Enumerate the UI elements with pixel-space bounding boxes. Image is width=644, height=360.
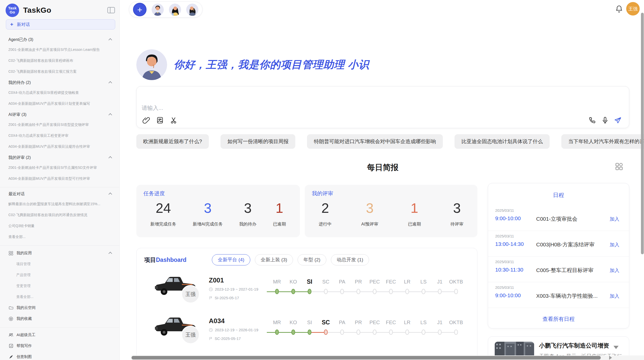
sidebar-item[interactable]: C0X4-动力总成开发项目SI里程碑提交物检查 xyxy=(0,87,120,98)
sidebar-sections: Agent已办 (3)Z001-全新燃油皮卡产品开发项目SI节点Lesson L… xyxy=(0,35,120,184)
sidebar-section-header[interactable]: 我的待办 (2) xyxy=(0,78,120,87)
sidebar-item-cloud-space[interactable]: 我的云空间 xyxy=(0,302,120,313)
sidebar-item[interactable]: C02-飞腾新能源轻客改款项目立项汇报方案 xyxy=(0,66,120,77)
sidebar-item-ai-super-staff[interactable]: AI超级员工 xyxy=(0,329,120,340)
project-dates-text: 2023-12-19 ~ 2026-01-19 xyxy=(215,328,258,332)
microphone-icon[interactable] xyxy=(601,116,609,124)
dashboard-tab[interactable]: 年型 (2) xyxy=(298,254,326,265)
suggestion-chip[interactable]: 欧洲新规最近颁布了什么? xyxy=(136,134,209,149)
project-row[interactable]: 王强 A034 2023-12-19 ~ 2026-01-19 SC-2025-… xyxy=(137,313,477,354)
sidebar-item[interactable]: A034-全新新能源MUV产品开发项目法规符合性评审 xyxy=(0,141,120,152)
user-name: 王强 xyxy=(628,6,638,12)
milestone-pec: PEC xyxy=(367,278,383,295)
project-row[interactable]: 王强 Z001 2023-12-19 ~ 2027-01-19 SI-2025-… xyxy=(137,272,477,313)
greeting-block: 你好，王强，我是你的项目管理助理 小识 xyxy=(136,49,369,80)
milestone-node xyxy=(357,289,360,294)
sidebar-item[interactable]: Z001-全新燃油轻卡产品开发项目SI节点属性5D文件评审 xyxy=(0,162,120,173)
event-date: 2025/03/11 xyxy=(495,260,514,264)
card-title: 任务进度 xyxy=(143,190,165,197)
event-join-link[interactable]: 加入 xyxy=(610,267,619,274)
dashboard-tab[interactable]: 全新平台 (4) xyxy=(212,254,250,265)
milestone-node xyxy=(373,289,377,294)
app-sub-item[interactable]: 产品管理 xyxy=(0,269,120,280)
sidebar-item-creative-drawing[interactable]: 创意制图 xyxy=(0,351,120,360)
notification-bell-icon[interactable] xyxy=(615,5,623,13)
suggestion-chip[interactable]: 比亚迪全固态电池计划具体说了什么 xyxy=(455,134,550,149)
suggestion-chip[interactable]: 当下年轻人对汽车外观有怎样的喜好趋势 xyxy=(561,134,644,149)
agent-avatar-3[interactable] xyxy=(186,4,198,16)
scroll-down-icon[interactable] xyxy=(613,346,619,349)
input-attachments xyxy=(142,116,178,124)
clock-icon xyxy=(209,328,213,332)
image-icon[interactable] xyxy=(156,116,164,124)
suggestion-chip[interactable]: 如何写一份清晰的项目周报 xyxy=(221,134,295,149)
milestone-node xyxy=(275,289,279,294)
new-chat-button[interactable]: + 新对话 xyxy=(6,19,115,29)
sidebar-item[interactable]: C0X4-动力总成开发项目工程变更评审 xyxy=(0,130,120,141)
stat-label: 已逾期 xyxy=(408,221,421,227)
user-avatar[interactable]: 王强 xyxy=(626,2,640,16)
dashboard-tab[interactable]: 全新上装 (3) xyxy=(255,254,293,265)
sidebar-item[interactable]: 查看全部... xyxy=(0,231,120,242)
sidebar-item-help-me-write[interactable]: 帮我写作 xyxy=(0,340,120,351)
send-icon[interactable] xyxy=(614,116,622,124)
app-sub-item[interactable]: 变更管理 xyxy=(0,280,120,291)
sidebar-section-header[interactable]: AI评审 (3) xyxy=(0,110,120,119)
favorites-label: 我的收藏 xyxy=(17,316,32,321)
milestone-segment xyxy=(310,332,326,333)
sidebar-section-title: 我的评审 (2) xyxy=(8,155,31,160)
scissors-icon[interactable] xyxy=(170,116,178,124)
sidebar-section-header[interactable]: 我的评审 (2) xyxy=(0,153,120,162)
milestone-label: SI xyxy=(301,319,318,326)
view-all-schedule-link[interactable]: 查看所有日程 xyxy=(488,316,629,323)
event-join-link[interactable]: 加入 xyxy=(610,242,619,248)
dashboard-tab[interactable]: 动总开发 (1) xyxy=(331,254,369,265)
app-sub-item[interactable]: 查看全部... xyxy=(0,291,120,302)
sidebar-item[interactable]: A034-全新新能源MUV产品开发项目计划变更表编写 xyxy=(0,98,120,109)
sidebar-item[interactable]: C02-飞腾新能源轻客改款项目的闭环通告反馈情况 xyxy=(0,209,120,220)
sidebar-section-header[interactable]: 最近对话 xyxy=(0,189,120,199)
sidebar-item[interactable]: Z001-全新燃油轻卡产品开发项目SI造型提交物评审 xyxy=(0,119,120,130)
vertical-scrollbar[interactable] xyxy=(641,13,644,254)
scroll-right-icon[interactable] xyxy=(609,356,612,360)
quick-access-bar: + xyxy=(129,2,202,18)
sidebar-section-header[interactable]: Agent已办 (3) xyxy=(0,35,120,44)
event-join-link[interactable]: 加入 xyxy=(610,216,619,222)
project-flag-text: SC-2025-05-17 xyxy=(215,336,241,341)
agent-avatar-1[interactable] xyxy=(152,4,164,16)
input-placeholder: 请输入... xyxy=(142,104,163,112)
milestone-label: PR xyxy=(350,319,367,326)
milestone-node xyxy=(422,289,426,294)
horizontal-scrollbar-thumb[interactable] xyxy=(131,356,601,359)
clock-icon xyxy=(209,287,213,291)
layout-grid-icon[interactable] xyxy=(615,162,623,171)
sidebar-item-my-apps[interactable]: 我的应用 xyxy=(0,248,120,259)
agent-avatar-2[interactable] xyxy=(169,4,181,16)
milestone-segment xyxy=(407,332,423,333)
event-join-link[interactable]: 加入 xyxy=(610,293,619,299)
sidebar-item[interactable]: 公司Q3轻卡销量 xyxy=(0,220,120,231)
milestone-node xyxy=(340,329,344,335)
help-me-write-label: 帮我写作 xyxy=(17,343,32,348)
milestone-label: SI xyxy=(301,278,318,286)
chat-input[interactable]: 请输入... xyxy=(136,86,629,128)
sidebar-item[interactable]: C02-飞腾新能源轻客改款项目里程碑画布 xyxy=(0,55,120,66)
horizontal-scrollbar-track[interactable] xyxy=(131,355,644,360)
sidebar-item[interactable]: 解释最新出台的欧盟报废车法规再生塑料比例被调至15%... xyxy=(0,199,120,209)
milestone-label: LR xyxy=(399,319,415,326)
phone-icon[interactable] xyxy=(588,116,596,124)
sidebar-section: AI评审 (3)Z001-全新燃油轻卡产品开发项目SI造型提交物评审C0X4-动… xyxy=(0,110,120,152)
sidebar-item[interactable]: A034-全新新能源MUV产品开发项目造型可行性评审 xyxy=(0,173,120,184)
milestone-segment xyxy=(277,291,293,292)
sidebar-item-favorites[interactable]: 我的收藏 xyxy=(0,313,120,324)
milestone-si: SI xyxy=(301,278,318,295)
milestone-fec: FEC xyxy=(383,278,399,295)
sidebar-item[interactable]: Z001-全新燃油皮卡产品开发项目SI节点Lesson Learn报告 xyxy=(0,44,120,55)
sidebar-section: 最近对话解释最新出台的欧盟报废车法规再生塑料比例被调至15%...C02-飞腾新… xyxy=(0,189,120,242)
app-sub-item[interactable]: 项目管理 xyxy=(0,259,120,269)
suggestion-chip[interactable]: 特朗普可能对进口汽车增税会对中国车企造成哪些影响 xyxy=(307,134,443,149)
add-agent-button[interactable]: + xyxy=(133,3,147,16)
stat-value: 1 xyxy=(273,201,286,216)
sidebar-collapse-icon[interactable] xyxy=(107,7,115,13)
paperclip-icon[interactable] xyxy=(142,116,150,124)
